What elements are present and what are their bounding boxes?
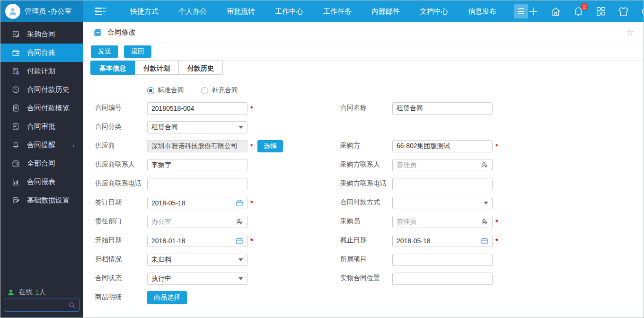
user-block[interactable]: 管理员 -办公室 — [0, 0, 83, 22]
buyer-picker[interactable]: 管理员 — [392, 216, 493, 228]
archive-status-select[interactable]: 未归档 — [147, 254, 247, 266]
field-label-payment-method: 合同付款方式 — [340, 198, 380, 207]
form-row: 商品明细 商品选择 — [83, 288, 644, 307]
field-label-sign-date: 签订日期 — [95, 198, 122, 207]
main-content: 合同修改 ☆ 发送 返回 基本信息 付款计划 付款历史 标准合同 补充合同 — [83, 22, 644, 318]
nav-item-work-center[interactable]: 工作中心 — [265, 0, 313, 22]
wallet-icon — [12, 49, 20, 57]
plus-icon[interactable] — [528, 6, 538, 17]
online-count: 1 — [35, 288, 39, 296]
sidebar-item-label: 合同台账 — [27, 48, 55, 57]
end-date-picker[interactable]: 2018-05-18 — [392, 235, 493, 247]
form-row: 供应商 * 选择 采购方 * — [83, 137, 644, 156]
online-unit: 人 — [39, 288, 46, 297]
clock-icon — [12, 86, 20, 94]
favorite-star-icon[interactable]: ☆ — [626, 27, 634, 38]
tab-basic-info[interactable]: 基本信息 — [90, 61, 135, 75]
field-label-end-date: 截止日期 — [340, 236, 367, 245]
form-row: 供应商联系电话 采购方联系电话 — [83, 175, 644, 194]
sidebar-item-payment-overview[interactable]: 合同付款概览 — [0, 99, 83, 117]
field-label-goods-detail: 商品明细 — [95, 293, 122, 301]
person-add-icon[interactable] — [481, 218, 488, 226]
nav-item-info-publish[interactable]: 信息发布 — [458, 0, 506, 22]
home-icon[interactable] — [550, 6, 561, 17]
date-value: 2018-05-18 — [151, 199, 185, 207]
sidebar-item-contract-reports[interactable]: 合同报表 — [0, 173, 83, 191]
radio-label[interactable]: 补充合同 — [212, 86, 238, 95]
sidebar-item-base-data-settings[interactable]: 基础数据设置 — [0, 191, 83, 210]
more-menu-icon[interactable]: ☰ — [514, 4, 528, 18]
sidebar-item-label: 合同付款概览 — [27, 104, 70, 113]
radio-standard-contract[interactable] — [147, 87, 154, 94]
power-icon[interactable] — [641, 6, 644, 17]
bell-icon[interactable]: 2 — [573, 6, 584, 17]
supplier-contact-input[interactable] — [147, 159, 247, 171]
nav-item-personal-office[interactable]: 个人办公 — [168, 0, 217, 22]
responsible-dept-picker[interactable]: 办公室 — [147, 216, 247, 228]
doc-check-icon — [12, 123, 20, 131]
user-name: 管理员 -办公室 — [25, 7, 71, 16]
contract-status-select[interactable]: 执行中 — [147, 273, 247, 285]
back-button[interactable]: 返回 — [124, 45, 151, 58]
sidebar-item-contract-ledger[interactable]: 合同台账 — [0, 44, 83, 62]
sidebar-item-label: 全部合同 — [27, 159, 55, 168]
sidebar-search-input[interactable] — [4, 302, 68, 309]
physical-location-input[interactable] — [392, 273, 493, 285]
page-title: 合同修改 — [107, 28, 136, 37]
calendar-icon[interactable] — [236, 237, 243, 245]
person-add-icon[interactable] — [481, 161, 488, 169]
sidebar-item-contract-reminder[interactable]: 合同提醒 › — [0, 136, 83, 154]
field-label-supplier-contact: 供应商联系人 — [95, 160, 135, 169]
purchaser-contact-picker[interactable]: 管理员 — [392, 159, 493, 171]
contract-no-input[interactable] — [147, 102, 247, 115]
start-date-picker[interactable]: 2018-01-18 — [147, 235, 247, 247]
calendar-icon[interactable] — [481, 237, 488, 245]
tab-payment-plan[interactable]: 付款计划 — [135, 61, 179, 75]
search-icon[interactable] — [68, 301, 76, 309]
sidebar-search — [4, 299, 80, 312]
purchaser-phone-input[interactable] — [392, 178, 493, 190]
radio-label[interactable]: 标准合同 — [158, 86, 184, 95]
nav-item-approval-flow[interactable]: 审批流转 — [217, 0, 265, 22]
goods-select-button[interactable]: 商品选择 — [147, 291, 187, 304]
contract-name-input[interactable] — [392, 102, 493, 115]
sidebar-item-payment-history[interactable]: 合同付款历史 — [0, 80, 83, 99]
wallet-icon — [12, 159, 20, 168]
field-label-contract-category: 合同分类 — [95, 123, 122, 131]
action-toolbar: 发送 返回 — [83, 43, 644, 61]
field-label-contract-no: 合同编号 — [95, 104, 122, 112]
sidebar-item-purchase-contract[interactable]: 采购合同 — [0, 25, 83, 44]
sign-date-picker[interactable]: 2018-05-18 — [147, 197, 247, 209]
required-star: * — [250, 199, 253, 207]
form-row: 签订日期 2018-05-18 * 合同付款方式 — [83, 194, 644, 212]
sidebar-item-contract-approval[interactable]: 合同审批 — [0, 117, 83, 136]
apps-icon[interactable] — [596, 6, 606, 17]
supplier-phone-input[interactable] — [147, 178, 247, 190]
sidebar-item-label: 合同报表 — [27, 177, 55, 186]
clipboard-icon — [12, 104, 20, 112]
sidebar-item-payment-plan[interactable]: 付款计划 — [0, 62, 83, 80]
shirt-icon[interactable] — [618, 6, 629, 17]
field-label-buyer: 采购员 — [340, 217, 360, 226]
person-add-icon[interactable] — [236, 218, 243, 226]
nav-item-document-center[interactable]: 文档中心 — [410, 0, 458, 22]
sidebar-collapse-icon[interactable] — [94, 7, 106, 16]
payment-method-select[interactable] — [392, 197, 493, 209]
nav-item-shortcuts[interactable]: 快捷方式 — [120, 0, 168, 22]
sidebar-item-label: 基础数据设置 — [27, 196, 70, 205]
contract-category-select[interactable]: 租赁合同 — [147, 121, 247, 133]
send-button[interactable]: 发送 — [91, 45, 118, 58]
radio-supplement-contract[interactable] — [201, 87, 208, 94]
nav-item-internal-mail[interactable]: 内部邮件 — [362, 0, 410, 22]
sidebar-item-all-contracts[interactable]: 全部合同 — [0, 154, 83, 173]
caret-down-icon — [238, 126, 243, 129]
required-star: * — [495, 237, 498, 245]
calendar-icon[interactable] — [236, 199, 243, 207]
select-value: 执行中 — [151, 274, 171, 283]
project-input[interactable] — [392, 254, 493, 266]
form-row: 责任部门 办公室 采购员 管理员 * — [83, 212, 644, 231]
purchaser-input[interactable] — [392, 140, 493, 152]
tab-payment-history[interactable]: 付款历史 — [179, 61, 223, 75]
nav-item-work-tasks[interactable]: 工作任务 — [313, 0, 362, 22]
supplier-select-button[interactable]: 选择 — [257, 140, 283, 152]
